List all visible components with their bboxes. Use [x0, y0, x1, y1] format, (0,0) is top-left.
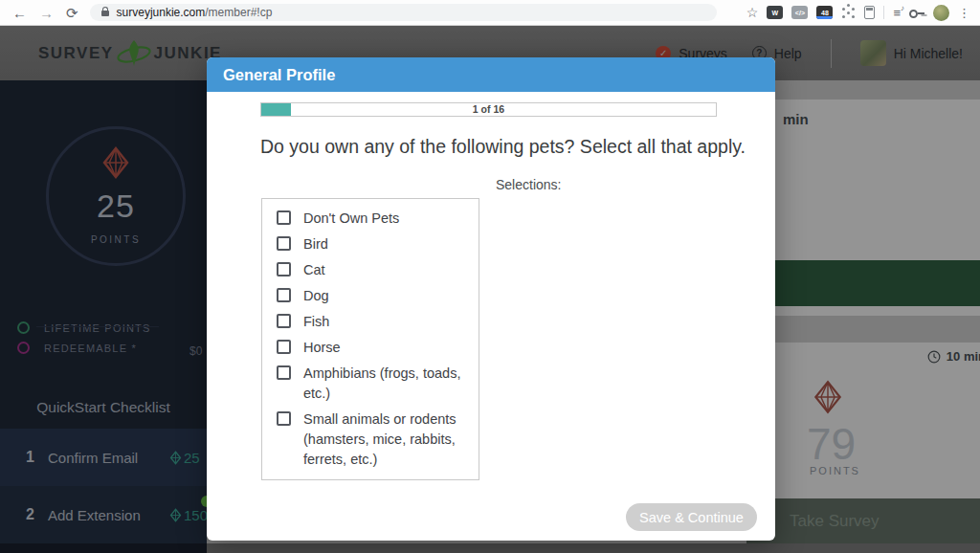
screen: ← → ⟳ surveyjunkie.com/member#!cp ☆ W </… [0, 0, 980, 553]
lock-icon [101, 11, 109, 16]
key-icon[interactable] [909, 9, 924, 17]
checkbox[interactable] [277, 365, 291, 380]
bookmark-star-icon[interactable]: ☆ [746, 5, 759, 20]
progress-bar: 1 of 16 [260, 102, 717, 117]
extension-dots-icon[interactable] [847, 11, 850, 14]
checkbox[interactable] [277, 411, 291, 426]
extension-code-icon[interactable]: </> [791, 6, 808, 19]
reload-icon[interactable]: ⟳ [66, 6, 78, 20]
checkbox[interactable] [277, 314, 291, 328]
progress-label: 1 of 16 [261, 103, 716, 116]
checkbox-option[interactable]: Small animals or rodents (hamsters, mice… [262, 407, 479, 473]
options-panel: Don't Own Pets Bird Cat Dog [261, 198, 479, 480]
checkbox[interactable] [277, 288, 291, 302]
checkbox-option[interactable]: Cat [262, 257, 479, 283]
general-profile-modal: General Profile 1 of 16 Do you own any o… [207, 57, 775, 541]
browser-menu-icon[interactable]: ⋮ [958, 6, 970, 20]
selections-label: Selections: [496, 177, 561, 192]
browser-profile-avatar[interactable] [933, 5, 949, 21]
toolbar-divider [883, 6, 884, 19]
checkbox[interactable] [277, 262, 291, 276]
page-background: SURVEY JUNKIE ✓ Surveys ? Help [0, 26, 980, 553]
checkbox-option[interactable]: Bird [262, 232, 479, 257]
playlist-icon[interactable]: ≡ [893, 7, 901, 19]
address-bar[interactable]: surveyjunkie.com/member#!cp [90, 4, 717, 21]
browser-toolbar: ← → ⟳ surveyjunkie.com/member#!cp ☆ W </… [0, 0, 980, 26]
checkbox-option[interactable]: Horse [262, 335, 479, 361]
modal-header: General Profile [207, 57, 775, 92]
extension-w-icon[interactable]: W [767, 6, 783, 19]
back-icon[interactable]: ← [12, 6, 27, 20]
extension-calculator-icon[interactable] [864, 6, 875, 19]
forward-icon[interactable]: → [39, 6, 54, 20]
extension-badge-icon[interactable]: 48 [816, 6, 833, 19]
checkbox-option[interactable]: Amphibians (frogs, toads, etc.) [262, 361, 479, 407]
checkbox[interactable] [277, 236, 291, 251]
question-text: Do you own any of the following pets? Se… [260, 136, 746, 158]
checkbox[interactable] [277, 210, 291, 225]
save-continue-button[interactable]: Save & Continue [626, 503, 757, 531]
checkbox-option[interactable]: Don't Own Pets [262, 206, 479, 232]
checkbox-option[interactable]: Fish [262, 309, 479, 335]
modal-title: General Profile [223, 66, 335, 84]
url-text[interactable]: surveyjunkie.com/member#!cp [117, 6, 273, 19]
checkbox-option[interactable]: Dog [262, 283, 479, 309]
checkbox[interactable] [277, 340, 291, 354]
